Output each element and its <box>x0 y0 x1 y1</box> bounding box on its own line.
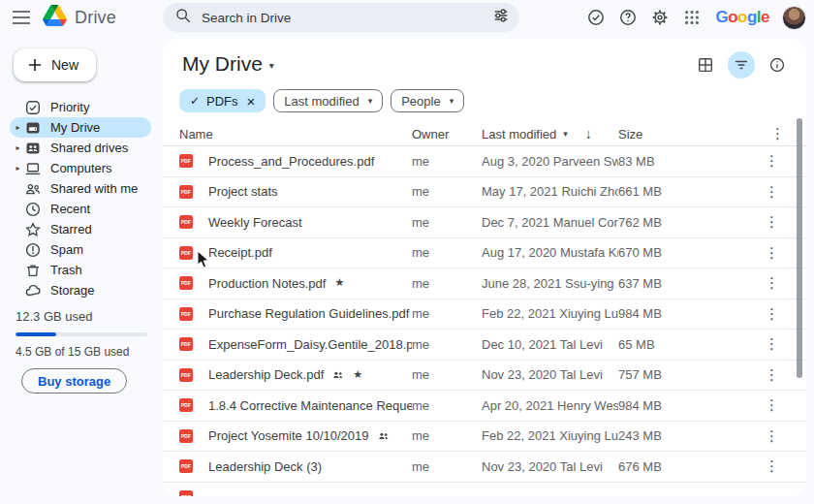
more-options-icon[interactable]: ⋮ <box>759 335 785 353</box>
offline-status-icon[interactable] <box>585 7 607 28</box>
sidebar: New Priority▸My Drive▸Shared drives▸Comp… <box>0 35 163 504</box>
file-name: Leadership Deck.pdf <box>208 367 324 382</box>
search-bar[interactable] <box>163 3 519 32</box>
more-options-icon[interactable]: ⋮ <box>759 366 785 384</box>
sidebar-item-label: Shared drives <box>50 141 128 155</box>
file-owner: me <box>412 245 482 260</box>
table-row[interactable]: PDFReceipt.pdfmeAug 17, 2020 Mustafa Kri… <box>163 238 806 269</box>
table-row[interactable]: PDFLeadership Deck.pdf★meNov 23, 2020 Ta… <box>163 361 806 392</box>
storage-icon <box>24 282 42 299</box>
chevron-down-icon: ▾ <box>368 96 373 106</box>
chevron-down-icon: ▾ <box>269 57 274 71</box>
table-row[interactable]: PDFProduction Notes.pdf★meJune 28, 2021 … <box>163 268 806 299</box>
help-icon[interactable] <box>617 7 639 28</box>
drive-brand[interactable]: Drive <box>43 5 116 30</box>
sidebar-item-trash[interactable]: Trash <box>10 260 151 280</box>
search-options-icon[interactable] <box>492 7 510 28</box>
file-owner: me <box>412 276 482 291</box>
file-name: Purchase Regulation Guidelines.pdf <box>208 306 409 321</box>
info-icon[interactable] <box>764 51 791 79</box>
search-input[interactable] <box>202 11 492 25</box>
settings-gear-icon[interactable] <box>649 7 671 28</box>
table-row[interactable]: PDFProject statsmeMay 17, 2021 Ruichi Zh… <box>163 177 806 208</box>
more-options-icon[interactable]: ⋮ <box>759 396 785 414</box>
pdf-file-icon: PDF <box>179 215 193 229</box>
sidebar-item-label: My Drive <box>50 120 100 135</box>
page-title: My Drive <box>182 52 263 76</box>
more-options-icon[interactable]: ⋮ <box>759 183 785 201</box>
pdf-file-icon: PDF <box>179 307 193 321</box>
more-options-icon[interactable]: ⋮ <box>759 213 785 231</box>
sidebar-item-my-drive[interactable]: ▸My Drive <box>10 117 151 138</box>
new-button[interactable]: New <box>14 48 96 81</box>
more-options-icon[interactable]: ⋮ <box>759 274 785 292</box>
top-bar-actions: Google <box>585 0 806 35</box>
sidebar-item-priority[interactable]: Priority <box>10 97 151 117</box>
expand-arrow-icon[interactable]: ▸ <box>12 143 24 152</box>
more-options-icon[interactable]: ⋮ <box>759 457 785 475</box>
page-title-dropdown[interactable]: My Drive ▾ <box>182 52 274 76</box>
table-row[interactable]: PDF⋮ <box>163 483 806 497</box>
sidebar-item-shared-with-me[interactable]: Shared with me <box>10 178 151 199</box>
google-logo-letter: G <box>715 8 728 26</box>
buy-storage-button[interactable]: Buy storage <box>21 368 127 394</box>
file-name: Weekly Forecast <box>208 215 302 230</box>
column-header-owner[interactable]: Owner <box>412 127 482 142</box>
filter-chip-pdfs[interactable]: ✓ PDFs × <box>179 89 266 112</box>
more-options-icon[interactable]: ⋮ <box>759 152 785 170</box>
pdf-file-icon: PDF <box>179 459 193 473</box>
file-owner: me <box>412 215 482 230</box>
more-options-icon[interactable]: ⋮ <box>759 305 785 323</box>
file-last-modified: Apr 20, 2021 Henry West <box>482 398 618 413</box>
chip-label: PDFs <box>206 94 238 109</box>
sidebar-item-shared-drives[interactable]: ▸Shared drives <box>10 138 151 158</box>
table-row[interactable]: PDFWeekly ForecastmeDec 7, 2021 Manuel C… <box>163 207 806 238</box>
file-name: Project Yosemite 10/10/2019 <box>208 428 369 443</box>
expand-arrow-icon[interactable]: ▸ <box>12 123 24 132</box>
filter-chip-last-modified[interactable]: Last modified ▾ <box>273 89 383 112</box>
more-options-icon[interactable]: ⋮ <box>759 244 785 262</box>
file-owner: me <box>412 459 482 474</box>
filter-list-icon[interactable] <box>728 51 755 79</box>
sidebar-item-recent[interactable]: Recent <box>10 199 151 219</box>
file-size: 637 MB <box>618 276 756 291</box>
table-row[interactable]: PDFPurchase Regulation Guidelines.pdfmeF… <box>163 299 806 331</box>
google-apps-icon[interactable] <box>681 7 703 28</box>
filter-chip-people[interactable]: People ▾ <box>391 89 464 112</box>
main-content-card: My Drive ▾ ✓ PDFs × Last modified ▾ <box>163 39 806 496</box>
sidebar-item-storage[interactable]: Storage <box>10 280 151 300</box>
file-owner: me <box>412 337 482 352</box>
sidebar-item-label: Shared with me <box>50 181 138 196</box>
close-icon[interactable]: × <box>247 93 256 110</box>
expand-arrow-icon[interactable]: ▸ <box>12 164 24 173</box>
table-row[interactable]: PDFProject Yosemite 10/10/2019meFeb 22, … <box>163 422 806 453</box>
trash-icon <box>24 262 42 279</box>
table-row[interactable]: PDFProcess_and_Procedures.pdfmeAug 3, 20… <box>163 146 806 177</box>
account-avatar[interactable] <box>782 6 806 30</box>
check-icon: ✓ <box>190 94 200 108</box>
sidebar-item-computers[interactable]: ▸Computers <box>10 158 151 178</box>
file-name-cell: PDFExpenseForm_Daisy.Gentile_2018.pdf <box>179 337 412 352</box>
sidebar-item-spam[interactable]: Spam <box>10 239 151 260</box>
sidebar-item-starred[interactable]: Starred <box>10 219 151 239</box>
column-header-size[interactable]: Size <box>618 127 756 142</box>
shared-icon <box>378 430 390 442</box>
column-header-last-modified[interactable]: Last modified ▾ ↓ <box>482 126 618 142</box>
more-options-icon[interactable]: ⋮ <box>765 125 791 142</box>
file-name: Receipt.pdf <box>208 245 272 260</box>
more-options-icon[interactable]: ⋮ <box>759 427 785 445</box>
scrollbar-thumb[interactable] <box>797 118 802 378</box>
grid-view-icon[interactable] <box>692 51 719 79</box>
file-table-body: PDFProcess_and_Procedures.pdfmeAug 3, 20… <box>163 146 806 496</box>
column-header-name[interactable]: Name <box>179 127 412 142</box>
google-logo-letter: e <box>761 8 769 26</box>
main-menu-icon[interactable] <box>0 0 43 35</box>
sort-direction-icon[interactable]: ↓ <box>585 126 592 142</box>
file-last-modified: Nov 23, 2020 Tal Levi <box>482 367 618 382</box>
table-row[interactable]: PDFLeadership Deck (3)meNov 23, 2020 Tal… <box>163 452 806 483</box>
table-row[interactable]: PDFExpenseForm_Daisy.Gentile_2018.pdfmeD… <box>163 330 806 361</box>
pdf-file-icon: PDF <box>179 337 193 351</box>
storage-progress-fill <box>16 332 56 336</box>
table-row[interactable]: PDF1.8.4 Corrective Maintenance Requestm… <box>163 391 806 422</box>
chip-label: Last modified <box>284 94 359 109</box>
